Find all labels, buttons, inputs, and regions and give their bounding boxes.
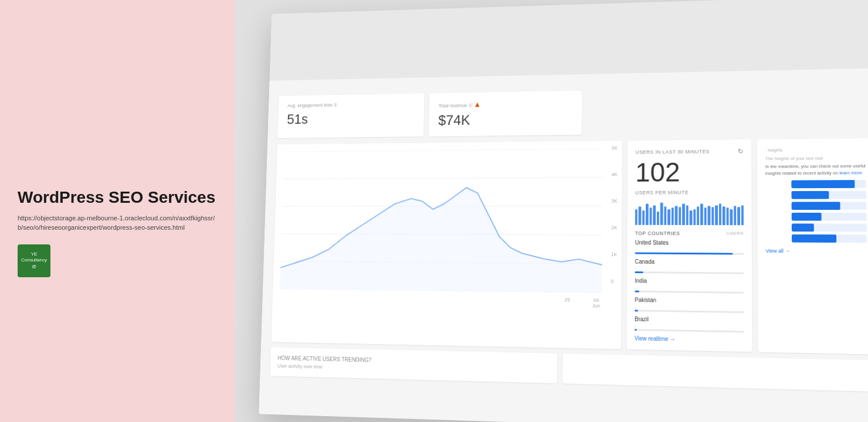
horiz-bar-row xyxy=(765,223,866,232)
spark-bar xyxy=(741,205,744,225)
perspective-container: Avg. engagement time ① 51s Total revenue… xyxy=(259,0,868,422)
horiz-bar-fill xyxy=(791,191,828,199)
horiz-bar-row xyxy=(765,180,866,188)
spark-bar xyxy=(723,206,725,225)
spark-bar xyxy=(649,207,652,224)
metric2-label: Total revenue ① ▲ xyxy=(439,98,572,109)
spark-bar xyxy=(675,206,677,224)
warning-icon: ▲ xyxy=(474,100,482,108)
view-all-link[interactable]: View all → xyxy=(766,248,867,254)
right-panel-title: · heights xyxy=(765,146,866,152)
country-bar-fill xyxy=(635,329,637,331)
horiz-bar-track xyxy=(791,191,866,199)
country-bar-bg xyxy=(635,252,744,254)
horiz-bar-track xyxy=(792,213,867,221)
horiz-bar-fill xyxy=(792,213,822,221)
spark-bar xyxy=(679,207,681,225)
spark-bar xyxy=(657,212,659,224)
horiz-bar-track xyxy=(792,223,867,232)
horiz-bar-track xyxy=(792,234,867,243)
spark-bar xyxy=(737,207,740,225)
x-label-25: 25 xyxy=(565,297,571,308)
horiz-bar-track xyxy=(791,180,866,188)
spark-bar xyxy=(646,204,648,225)
country-row: India - xyxy=(635,277,744,293)
country-bar-fill xyxy=(635,271,643,273)
bottom-card-2 xyxy=(562,353,868,392)
spark-bar xyxy=(667,209,670,225)
spark-bar xyxy=(690,210,692,225)
spark-bar xyxy=(726,207,728,224)
spark-bar xyxy=(704,207,707,224)
refresh-icon[interactable]: ↻ xyxy=(737,147,743,155)
metric1-value: 51s xyxy=(287,110,415,128)
y-label-5k: 5K xyxy=(612,145,618,151)
horiz-bar-fill xyxy=(792,223,814,232)
countries-list: United States - Canada - India - Pakista… xyxy=(635,239,744,332)
y-label-3k: 3K xyxy=(611,198,617,203)
right-panel-link[interactable]: learn more xyxy=(839,170,862,175)
favicon-box: YE Consultancy @ xyxy=(18,244,50,277)
horiz-bar-fill xyxy=(792,202,840,210)
y-label-4k: 4K xyxy=(612,172,618,177)
realtime-header: USERS IN LAST 30 MINUTES ↻ xyxy=(635,147,743,156)
country-bar-fill xyxy=(635,309,638,311)
spark-bar xyxy=(664,206,666,224)
country-row: Pakistan - xyxy=(635,297,744,313)
spark-bar xyxy=(697,206,699,225)
country-bar-fill xyxy=(635,252,733,254)
spark-bar xyxy=(700,204,703,225)
spark-bar xyxy=(635,209,638,225)
horiz-bar-row xyxy=(765,234,866,243)
far-right-panel: · heights The heights of your last visit… xyxy=(757,138,868,355)
inner-dashboard: Avg. engagement time ① 51s Total revenue… xyxy=(259,0,868,422)
country-name: United States xyxy=(635,239,744,246)
metric2-value: $74K xyxy=(438,110,572,129)
right-panel-desc: In the meantime, you can check out some … xyxy=(765,163,866,177)
spark-bar xyxy=(639,206,641,224)
y-label-2k: 2K xyxy=(611,225,617,231)
y-label-1k: 1K xyxy=(611,251,617,257)
spark-bar xyxy=(715,205,717,225)
spark-bar xyxy=(693,209,696,225)
country-name: India xyxy=(635,277,744,285)
revenue-card: Total revenue ① ▲ $74K xyxy=(429,90,582,136)
country-bar-bg xyxy=(635,271,744,274)
horiz-bar-row xyxy=(765,191,866,199)
x-label-jun: 04Jun xyxy=(592,297,601,308)
site-url[interactable]: https://objectstorage.ap-melbourne-1.ora… xyxy=(18,213,217,233)
line-chart-card: 5K 4K 3K 2K 1K 0 xyxy=(271,141,622,349)
spark-bar xyxy=(686,205,688,225)
metric1-label: Avg. engagement time ① xyxy=(287,101,415,108)
horiz-bar-row xyxy=(765,202,866,210)
spark-bar xyxy=(660,203,663,225)
users-per-minute: USERS PER MINUTE xyxy=(635,189,744,195)
spark-bar xyxy=(734,206,736,225)
spark-bar xyxy=(672,207,674,224)
spark-bar xyxy=(719,204,721,225)
view-realtime-link[interactable]: View realtime → xyxy=(635,335,744,343)
realtime-number: 102 xyxy=(635,158,744,188)
svg-line-0 xyxy=(284,149,603,152)
spark-bar xyxy=(730,209,733,225)
country-row: Brazil - xyxy=(635,316,744,332)
dashboard-wrapper: Avg. engagement time ① 51s Total revenue… xyxy=(235,0,868,422)
realtime-label: USERS IN LAST 30 MINUTES xyxy=(635,149,709,155)
line-chart-svg xyxy=(280,148,615,293)
bottom-card-1: HOW ARE ACTIVE USERS TRENDING? User acti… xyxy=(270,347,558,383)
country-bar-fill xyxy=(635,291,639,292)
country-row: Canada - xyxy=(635,258,744,274)
site-title: WordPress SEO Services xyxy=(18,188,217,207)
engagement-card: Avg. engagement time ① 51s xyxy=(277,93,424,138)
right-panel-desc-line1: The heights of your last visit xyxy=(765,155,866,161)
horiz-bar-track xyxy=(792,202,867,210)
favicon-text: YE Consultancy @ xyxy=(18,251,50,270)
horiz-bar-fill xyxy=(792,234,836,243)
spark-bar xyxy=(682,204,684,225)
top-countries-users: USERS xyxy=(727,231,744,237)
horiz-bar-fill xyxy=(791,180,855,188)
realtime-card: USERS IN LAST 30 MINUTES ↻ 102 USERS PER… xyxy=(626,139,752,352)
country-row: United States - xyxy=(635,239,744,254)
horiz-bars xyxy=(765,180,867,243)
sparkline-bars xyxy=(635,200,744,225)
